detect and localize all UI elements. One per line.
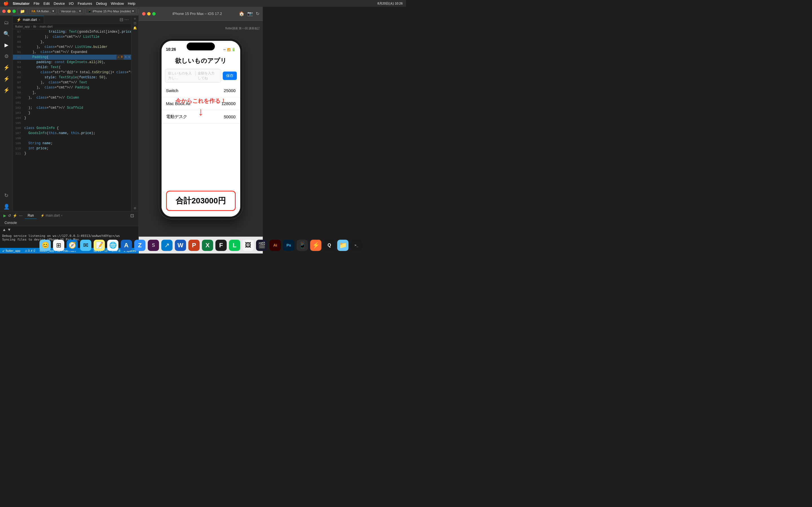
device-selector[interactable]: 📱 iPhone 15 Pro Max (mobile) ▾	[85, 8, 137, 14]
breadcrumb: flutter_app › lib › main.dart	[13, 24, 131, 29]
code-line-95: 95 class="str">'合計'+ total.toString()+ c…	[13, 70, 131, 75]
dock-finder[interactable]: 😊	[40, 240, 51, 251]
dock-slack[interactable]: S	[148, 240, 159, 251]
tab-close-icon[interactable]: ×	[39, 18, 40, 21]
dock-finder2[interactable]: 📁	[337, 240, 349, 251]
project-selector[interactable]: FA FA flutter... ▾	[29, 8, 57, 14]
code-line-97: 97 ), class="cmt">// Text	[13, 80, 131, 85]
code-area[interactable]: 87 trailing: Text(goodsInfoList[index].p…	[13, 29, 131, 211]
phone-dots-icon: ···	[223, 48, 225, 51]
extensions-icon[interactable]: ⚙	[2, 52, 11, 61]
code-line-103: 103 }	[13, 110, 131, 115]
breadcrumb-sep2: ›	[38, 25, 39, 28]
sim-close-btn[interactable]	[142, 12, 146, 15]
menu-window[interactable]: Window	[111, 1, 124, 6]
simulator-icons: 🏠 📷 ↻	[239, 11, 259, 16]
settings-icon[interactable]: ⚙	[134, 207, 137, 210]
breadcrumb-file: main.dart	[40, 25, 52, 28]
dock-safari[interactable]: 🧭	[66, 240, 78, 251]
dock-claquette[interactable]: 🎬	[256, 240, 267, 251]
menu-file[interactable]: File	[34, 1, 40, 6]
dock-chrome[interactable]: 🌐	[107, 240, 118, 251]
debug-run-icon[interactable]: ▶	[3, 214, 6, 218]
console-scroll-down[interactable]: ▼	[7, 227, 11, 232]
ide-panel: 📁 FA FA flutter... ▾ Version co... ▾ 📱 i…	[0, 7, 139, 253]
dock-word[interactable]: W	[175, 240, 186, 251]
flutter-icon2[interactable]: ⚡	[2, 74, 11, 83]
menu-features[interactable]: Features	[78, 1, 92, 6]
maximize-button[interactable]	[12, 10, 16, 13]
sim-minimize-btn[interactable]	[147, 12, 151, 15]
dock-vscode[interactable]: ↗	[161, 240, 172, 251]
code-line-96: 96 style: TextStyle(fontSize: 50),	[13, 75, 131, 80]
dock-mail[interactable]: ✉	[80, 240, 91, 251]
split-editor-icon[interactable]: ⊟	[119, 17, 123, 22]
git-icon[interactable]: ↻	[2, 191, 11, 200]
bottom-tab-run[interactable]: Run	[25, 212, 37, 219]
menu-device[interactable]: Device	[54, 1, 65, 6]
panel-close-icon[interactable]: ⊡	[130, 213, 134, 218]
minimap-toggle-icon[interactable]: ≡	[134, 17, 136, 20]
dock-line[interactable]: L	[229, 240, 240, 251]
flutter-icon3[interactable]: ⚡	[2, 86, 11, 95]
dock-illustrator[interactable]: Ai	[269, 240, 281, 251]
breadcrumb-lib: lib	[33, 25, 36, 28]
debug-hot-reload-icon[interactable]: ⚡	[13, 214, 17, 218]
sim-home-icon[interactable]: 🏠	[239, 11, 245, 16]
console-toolbar: ▲ ▼	[0, 226, 139, 233]
bottom-tab-file[interactable]: ⚡ main.dart ×	[38, 212, 65, 219]
iphone-frame: 10:26 ··· 📶 🔋 欲しいものアプリ 欲しいものを入力し…	[159, 39, 243, 219]
console-tab[interactable]: Console	[0, 219, 139, 226]
dock-appstore[interactable]: A	[121, 240, 132, 251]
menu-help[interactable]: Help	[128, 1, 135, 6]
dock-launchpad[interactable]: ⊞	[53, 240, 64, 251]
error-count: ⚠ 0 ✗ 0	[25, 249, 35, 252]
run-debug-icon[interactable]: ▶	[2, 41, 11, 50]
phone-save-button[interactable]: 保存	[223, 71, 237, 80]
dock-excel[interactable]: X	[202, 240, 213, 251]
tab-main-dart[interactable]: ⚡ main.dart ×	[13, 16, 44, 23]
more-tab-options-icon[interactable]: ⋯	[124, 17, 129, 22]
menu-edit[interactable]: Edit	[43, 1, 50, 6]
git-branch: ↙ flutter_app	[2, 249, 20, 252]
dock-figma[interactable]: F	[215, 240, 227, 251]
sim-zoom-btn[interactable]	[152, 12, 156, 15]
apple-menu[interactable]: 🍎	[3, 1, 9, 6]
debug-restart-icon[interactable]: ↺	[8, 214, 11, 218]
dock-simulator[interactable]: 📱	[297, 240, 308, 251]
menu-io[interactable]: I/O	[69, 1, 73, 6]
code-line-106: 106class GoodsInfo {	[13, 126, 131, 131]
dock-zoom[interactable]: Z	[134, 240, 146, 251]
notifications-icon[interactable]: 🔔	[133, 26, 137, 30]
explorer-icon[interactable]: 🗂	[2, 18, 11, 27]
console-scroll-up[interactable]: ▲	[2, 227, 6, 232]
dock-terminal[interactable]: >_	[351, 240, 362, 251]
item-name-0: Switch	[166, 88, 179, 93]
code-line-111: 111}	[13, 151, 131, 156]
sim-camera-icon[interactable]: 📷	[247, 11, 253, 16]
list-item-0: Switch 25000	[161, 84, 240, 97]
dock-photos[interactable]: 🖼	[243, 240, 254, 251]
search-icon[interactable]: 🔍	[2, 29, 11, 38]
phone-input-field[interactable]: 欲しいものを入力し… 金額を入力してね	[165, 69, 221, 82]
dock-quicktime[interactable]: Q	[324, 240, 335, 251]
code-line-89: 89 },	[13, 40, 131, 45]
explorer-button[interactable]: 📁	[17, 8, 28, 14]
minimize-button[interactable]	[7, 10, 11, 13]
phone-total-box: 合計203000円	[166, 191, 236, 211]
close-button[interactable]	[2, 10, 6, 13]
version-selector[interactable]: Version co... ▾	[58, 8, 84, 14]
dock-instruments[interactable]: ⚡	[310, 240, 321, 251]
phone-wifi-icon: 📶	[227, 48, 231, 51]
sim-rotate-icon[interactable]: ↻	[256, 11, 259, 16]
outline-icon[interactable]: ⊡	[134, 21, 136, 25]
dock-notes[interactable]: 📝	[94, 240, 105, 251]
user-icon[interactable]: 👤	[2, 202, 11, 211]
item-price-0: 25000	[224, 88, 236, 93]
app-menu-simulator[interactable]: Simulator	[13, 1, 30, 6]
menu-debug[interactable]: Debug	[96, 1, 107, 6]
flutter-icon1[interactable]: ⚡	[2, 63, 11, 72]
dock-photoshop[interactable]: Ps	[283, 240, 294, 251]
debug-more-icon[interactable]: ⋯	[19, 214, 22, 218]
dock-powerpoint[interactable]: P	[188, 240, 200, 251]
